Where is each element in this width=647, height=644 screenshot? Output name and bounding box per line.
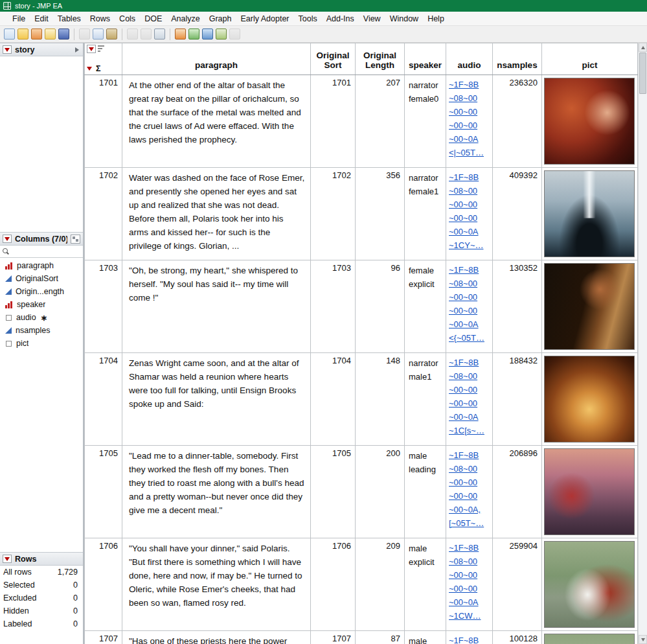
row-order-icon[interactable] [98, 45, 106, 52]
audio-link[interactable]: ~08~00 [449, 184, 491, 198]
audio-link[interactable]: ~00~00 [449, 582, 491, 595]
menu-window[interactable]: Window [385, 12, 423, 25]
columns-search-input[interactable] [12, 247, 80, 255]
original-length-cell[interactable]: 148 [356, 353, 405, 446]
paragraph-cell[interactable]: "Lead me to a dinner-table, somebody. Fi… [122, 446, 311, 538]
row-number[interactable]: 1703 [85, 260, 122, 353]
audio-link[interactable]: ~1C[s~… [449, 424, 491, 437]
audio-link[interactable]: ~08~00 [449, 462, 491, 476]
export-icon[interactable] [229, 29, 240, 40]
pict-image[interactable] [544, 78, 635, 165]
column-header-original-sort[interactable]: Original Sort [311, 43, 356, 75]
row-number[interactable]: 1705 [85, 446, 122, 538]
title-bar[interactable]: story - JMP EA [0, 0, 647, 12]
panel-collapse-icon[interactable] [75, 47, 79, 52]
nsamples-cell[interactable]: 236320 [493, 75, 542, 168]
rows-menu-icon[interactable] [3, 555, 12, 563]
speaker-cell[interactable]: male leading [405, 446, 446, 538]
row-number[interactable]: 1704 [85, 353, 122, 446]
original-length-cell[interactable]: 96 [356, 260, 405, 353]
row-number[interactable]: 1707 [85, 631, 122, 644]
menu-tools[interactable]: Tools [294, 12, 322, 25]
menu-edit[interactable]: Edit [30, 12, 53, 25]
audio-link[interactable]: ~00~00 [449, 397, 491, 410]
audio-link[interactable]: <|~05T… [449, 146, 491, 159]
original-length-cell[interactable]: 200 [356, 446, 405, 538]
column-item-nsamples[interactable]: nsamples [0, 324, 83, 337]
row-number[interactable]: 1706 [85, 538, 122, 631]
audio-link[interactable]: ~08~00 [449, 369, 491, 383]
original-length-cell[interactable]: 356 [356, 168, 405, 260]
speaker-cell[interactable]: male explicit [405, 538, 446, 631]
table-corner[interactable]: Σ [85, 43, 122, 75]
columns-settings-icon[interactable] [71, 235, 80, 244]
open-journal-icon[interactable] [45, 29, 56, 40]
pict-image[interactable] [544, 170, 635, 257]
zoom-icon[interactable] [154, 29, 165, 40]
menu-tables[interactable]: Tables [53, 12, 85, 25]
audio-link[interactable]: ~08~00 [449, 277, 491, 290]
cut-icon[interactable] [79, 29, 90, 40]
original-length-cell[interactable]: 209 [356, 538, 405, 631]
column-item-originallength[interactable]: Origin...ength [0, 285, 83, 298]
sigma-icon[interactable]: Σ [96, 64, 101, 73]
column-item-paragraph[interactable]: paragraph [0, 259, 83, 272]
audio-link[interactable]: ~08~00 [449, 555, 491, 568]
open-file-icon[interactable] [17, 29, 28, 40]
nsamples-cell[interactable]: 130352 [493, 260, 542, 353]
pict-image[interactable] [544, 634, 635, 644]
columns-menu-icon[interactable] [3, 235, 12, 243]
audio-link[interactable]: ~00~00 [449, 105, 491, 119]
paste-icon[interactable] [106, 29, 117, 40]
menu-graph[interactable]: Graph [205, 12, 236, 25]
pict-image[interactable] [544, 448, 635, 535]
corner-rows-menu-icon[interactable] [87, 67, 92, 71]
pict-image[interactable] [544, 541, 635, 628]
nsamples-cell[interactable]: 259904 [493, 538, 542, 631]
audio-link[interactable]: ~1F~8B [449, 541, 491, 555]
paragraph-cell[interactable]: Water was dashed on the face of Rose Eme… [122, 168, 311, 260]
menu-help[interactable]: Help [423, 12, 449, 25]
column-header-original-length[interactable]: Original Length [356, 43, 405, 75]
audio-link[interactable]: ~00~00 [449, 119, 491, 132]
audio-link[interactable]: ~1CW… [449, 609, 491, 623]
column-header-speaker[interactable]: speaker [405, 43, 446, 75]
scrollbar-thumb[interactable] [639, 52, 646, 94]
audio-link[interactable]: ~1F~8B [449, 448, 491, 462]
original-sort-cell[interactable]: 1706 [311, 538, 356, 631]
paragraph-cell[interactable]: Zenas Wright came soon, and at the altar… [122, 353, 311, 446]
speaker-cell[interactable]: narrator male1 [405, 353, 446, 446]
paragraph-cell[interactable]: "Has one of these priests here the power [122, 631, 311, 644]
audio-link[interactable]: ~1F~8B [449, 634, 491, 644]
rows-stat-excluded[interactable]: Excluded 0 [0, 592, 83, 604]
row-number[interactable]: 1702 [85, 168, 122, 260]
paragraph-cell[interactable]: "Oh, be strong, my heart," she whispered… [122, 260, 311, 353]
column-item-originalsort[interactable]: OriginalSort [0, 272, 83, 285]
speaker-cell[interactable]: male [405, 631, 446, 644]
nsamples-cell[interactable]: 409392 [493, 168, 542, 260]
speaker-cell[interactable]: female explicit [405, 260, 446, 353]
row-number[interactable]: 1701 [85, 75, 122, 168]
layout-split-icon[interactable] [216, 29, 227, 40]
original-length-cell[interactable]: 207 [356, 75, 405, 168]
audio-link[interactable]: <{~05T… [449, 331, 491, 345]
audio-link[interactable]: ~00~00 [449, 290, 491, 304]
audio-link[interactable]: ~00~00 [449, 198, 491, 211]
menu-analyze[interactable]: Analyze [166, 12, 204, 25]
audio-link[interactable]: ~1CY~… [449, 238, 491, 252]
audio-link[interactable]: ~00~00 [449, 476, 491, 489]
story-menu-icon[interactable] [3, 45, 12, 54]
columns-panel-header[interactable]: Columns (7/0) [0, 232, 83, 246]
column-item-speaker[interactable]: speaker [0, 298, 83, 311]
audio-link[interactable]: ~00~00 [449, 383, 491, 397]
table-grid-blue-icon[interactable] [202, 29, 213, 40]
corner-columns-menu-icon[interactable] [87, 45, 96, 53]
rows-stat-selected[interactable]: Selected 0 [0, 579, 83, 592]
original-sort-cell[interactable]: 1704 [311, 353, 356, 446]
paragraph-cell[interactable]: At the other end of the altar of basalt … [122, 75, 311, 168]
story-panel-header[interactable]: story [0, 43, 83, 56]
rows-panel-header[interactable]: Rows [0, 552, 83, 566]
pict-image[interactable] [544, 263, 635, 350]
original-sort-cell[interactable]: 1702 [311, 168, 356, 260]
menu-early-adopter[interactable]: Early Adopter [236, 12, 293, 25]
